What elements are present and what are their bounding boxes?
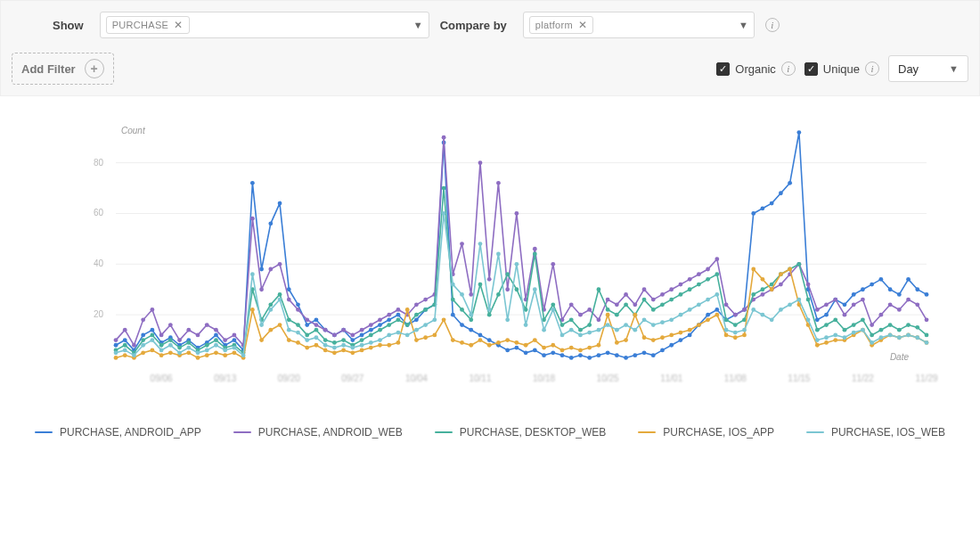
svg-point-168 <box>615 302 619 307</box>
svg-point-255 <box>587 323 592 327</box>
line-chart[interactable]: 20406080CountDate09/0609/1309/2009/2710/… <box>27 107 953 410</box>
svg-point-116 <box>141 317 145 322</box>
svg-point-454 <box>761 313 765 317</box>
svg-point-408 <box>341 343 346 348</box>
svg-point-279 <box>806 298 811 302</box>
svg-point-398 <box>250 272 255 276</box>
compare-chip[interactable]: platform ✕ <box>529 16 593 34</box>
show-select[interactable]: PURCHASE ✕ ▼ <box>100 12 429 38</box>
svg-point-349 <box>624 338 628 342</box>
svg-point-236 <box>414 313 419 317</box>
svg-point-123 <box>205 323 209 327</box>
svg-point-165 <box>587 308 592 312</box>
svg-point-286 <box>870 332 874 337</box>
svg-point-361 <box>733 335 738 340</box>
svg-point-308 <box>250 308 255 312</box>
svg-point-133 <box>296 308 300 312</box>
svg-point-96 <box>779 191 783 195</box>
legend-item-android-app[interactable]: PURCHASE, ANDROID_APP <box>35 426 201 439</box>
granularity-select[interactable]: Day ▼ <box>888 55 968 82</box>
svg-point-89 <box>715 308 719 312</box>
svg-point-249 <box>533 252 537 257</box>
svg-point-315 <box>314 343 319 348</box>
add-filter-button[interactable]: Add Filter + <box>12 53 114 85</box>
svg-point-189 <box>806 283 811 287</box>
svg-point-211 <box>186 340 191 345</box>
svg-point-333 <box>478 338 483 342</box>
legend-item-desktop-web[interactable]: PURCHASE, DESKTOP_WEB <box>435 426 606 439</box>
svg-point-328 <box>432 332 437 337</box>
svg-point-169 <box>624 292 628 297</box>
svg-point-406 <box>323 343 328 348</box>
svg-point-94 <box>761 206 765 210</box>
svg-point-247 <box>514 287 519 291</box>
svg-point-61 <box>460 323 464 327</box>
svg-point-164 <box>578 313 583 317</box>
compare-select[interactable]: platform ✕ ▼ <box>523 12 755 38</box>
svg-point-251 <box>551 302 555 307</box>
svg-point-428 <box>524 323 528 327</box>
svg-point-213 <box>205 343 209 348</box>
svg-point-469 <box>897 335 902 340</box>
svg-point-263 <box>660 302 665 307</box>
svg-point-417 <box>423 323 428 327</box>
svg-point-350 <box>633 313 637 317</box>
svg-point-170 <box>633 302 637 307</box>
svg-point-316 <box>323 348 328 353</box>
svg-point-425 <box>496 252 501 257</box>
svg-point-193 <box>843 313 847 317</box>
svg-point-449 <box>715 292 719 297</box>
svg-point-460 <box>815 338 820 342</box>
svg-point-36 <box>233 338 237 342</box>
svg-point-179 <box>715 257 719 261</box>
svg-text:Count: Count <box>121 126 146 135</box>
organic-checkbox[interactable]: ✓ Organic i <box>716 62 796 76</box>
legend-item-ios-web[interactable]: PURCHASE, IOS_WEB <box>806 426 945 439</box>
svg-point-88 <box>706 313 710 317</box>
legend-item-ios-app[interactable]: PURCHASE, IOS_APP <box>638 426 774 439</box>
show-chip[interactable]: PURCHASE ✕ <box>106 16 190 34</box>
svg-point-411 <box>369 340 373 345</box>
info-icon[interactable]: i <box>865 62 879 76</box>
svg-point-242 <box>469 317 473 322</box>
svg-point-265 <box>679 292 683 297</box>
svg-point-38 <box>250 181 255 185</box>
svg-point-355 <box>679 331 683 335</box>
svg-point-283 <box>843 328 847 332</box>
svg-point-348 <box>615 340 619 345</box>
svg-point-404 <box>305 338 309 342</box>
unique-checkbox[interactable]: ✓ Unique i <box>804 62 879 76</box>
svg-point-182 <box>742 308 747 312</box>
svg-point-418 <box>432 317 437 322</box>
svg-point-208 <box>159 343 164 348</box>
svg-point-180 <box>724 302 729 307</box>
svg-point-68 <box>524 350 528 355</box>
svg-point-82 <box>651 353 656 357</box>
svg-point-467 <box>878 335 883 340</box>
legend-item-android-web[interactable]: PURCHASE, ANDROID_WEB <box>233 426 403 439</box>
svg-point-137 <box>332 332 337 337</box>
svg-point-172 <box>651 298 656 302</box>
svg-point-294 <box>123 353 127 357</box>
svg-point-394 <box>214 343 218 348</box>
svg-point-393 <box>205 348 209 353</box>
svg-point-324 <box>396 340 401 345</box>
svg-point-100 <box>815 317 820 322</box>
svg-point-157 <box>514 211 519 216</box>
remove-compare-chip-icon[interactable]: ✕ <box>578 19 587 31</box>
svg-point-121 <box>186 328 191 332</box>
svg-point-269 <box>715 272 719 276</box>
svg-point-456 <box>779 308 783 312</box>
svg-point-299 <box>168 350 173 355</box>
svg-point-434 <box>578 332 583 337</box>
compare-chip-label: platform <box>535 20 573 30</box>
svg-point-256 <box>597 287 601 291</box>
svg-point-259 <box>624 302 628 307</box>
info-icon[interactable]: i <box>765 18 780 32</box>
svg-point-34 <box>214 332 218 337</box>
remove-show-chip-icon[interactable]: ✕ <box>174 19 183 31</box>
svg-point-416 <box>414 328 419 332</box>
svg-point-106 <box>870 283 874 287</box>
svg-point-435 <box>587 331 592 335</box>
info-icon[interactable]: i <box>781 62 796 76</box>
